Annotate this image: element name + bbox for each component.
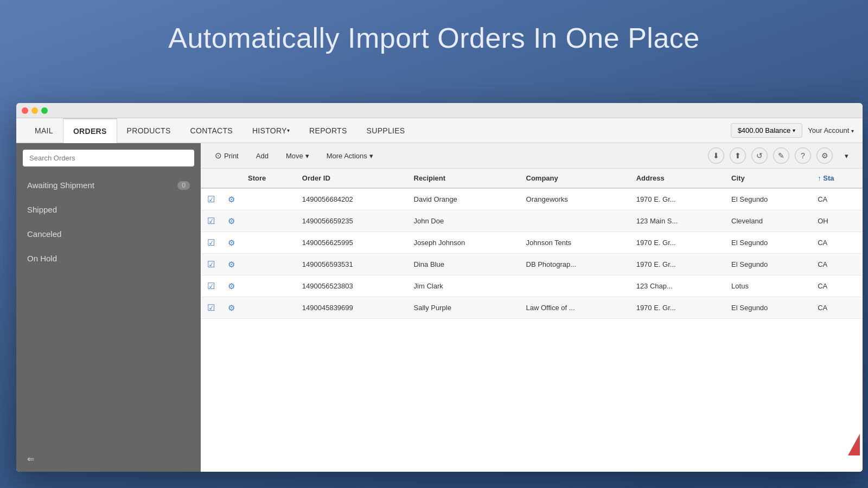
row-store [241, 297, 296, 319]
minimize-button[interactable] [31, 107, 38, 114]
row-address: 1970 E. Gr... [630, 232, 725, 254]
table-row[interactable]: ☑ ⚙ 1490056625995 Joseph Johnson Johnson… [201, 232, 863, 254]
checkbox-icon: ☑ [207, 260, 215, 269]
row-address: 1970 E. Gr... [630, 297, 725, 319]
col-check [201, 169, 221, 188]
balance-label: $400.00 Balance [738, 126, 791, 134]
row-recipient: Joseph Johnson [407, 232, 520, 254]
more-actions-button[interactable]: More Actions ▾ [320, 149, 380, 163]
row-store [241, 254, 296, 275]
add-button[interactable]: Add [250, 149, 275, 163]
gear-icon: ⚙ [228, 303, 235, 312]
row-address: 1970 E. Gr... [630, 188, 725, 210]
row-address: 123 Chap... [630, 275, 725, 297]
awaiting-badge: 0 [177, 181, 190, 190]
orders-table[interactable]: Store Order ID Recipient Company Address… [201, 169, 863, 472]
row-order-id: 1490056684202 [296, 188, 407, 210]
row-city: El Segundo [725, 188, 811, 210]
sidebar-collapse-arrow[interactable]: ⇐ [16, 446, 201, 472]
checkbox-icon: ☑ [207, 303, 215, 312]
table-row[interactable]: ☑ ⚙ 1490056523803 Jim Clark 123 Chap... … [201, 275, 863, 297]
balance-dropdown-icon: ▾ [793, 127, 795, 133]
balance-button[interactable]: $400.00 Balance ▾ [731, 123, 803, 138]
nav-mail[interactable]: MAIL [25, 118, 63, 143]
table-row[interactable]: ☑ ⚙ 1490056659235 John Doe 123 Main S...… [201, 210, 863, 232]
download-icon-btn[interactable]: ⬇ [708, 147, 724, 164]
col-recipient: Recipient [407, 169, 520, 188]
row-state: CA [811, 297, 863, 319]
nav-history[interactable]: HISTORY ▾ [242, 118, 299, 143]
row-check[interactable]: ☑ [201, 297, 221, 319]
print-button[interactable]: ⊙ Print [208, 148, 245, 163]
print-icon: ⊙ [215, 151, 222, 160]
sidebar-item-shipped[interactable]: Shipped [16, 197, 201, 222]
title-bar [16, 103, 863, 118]
row-gear[interactable]: ⚙ [221, 254, 241, 275]
row-recipient: Dina Blue [407, 254, 520, 275]
toolbar-right-icons: ⬇ ⬆ ↺ ✎ ? ⚙ ▾ [708, 147, 855, 164]
row-gear[interactable]: ⚙ [221, 210, 241, 232]
row-check[interactable]: ☑ [201, 232, 221, 254]
row-gear[interactable]: ⚙ [221, 188, 241, 210]
upload-icon-btn[interactable]: ⬆ [730, 147, 746, 164]
row-city: Cleveland [725, 210, 811, 232]
row-gear[interactable]: ⚙ [221, 232, 241, 254]
row-check[interactable]: ☑ [201, 275, 221, 297]
toolbar: ⊙ Print Add Move ▾ More Actions ▾ ⬇ ⬆ [201, 143, 863, 169]
sidebar-item-onhold[interactable]: On Hold [16, 246, 201, 271]
row-store [241, 275, 296, 297]
row-store [241, 232, 296, 254]
maximize-button[interactable] [41, 107, 48, 114]
gear-icon: ⚙ [228, 260, 235, 269]
checkbox-icon: ☑ [207, 238, 215, 247]
close-button[interactable] [22, 107, 28, 114]
row-gear[interactable]: ⚙ [221, 297, 241, 319]
nav-reports[interactable]: REPORTS [299, 118, 357, 143]
traffic-lights [22, 107, 48, 114]
row-store [241, 188, 296, 210]
toolbar-dropdown-btn[interactable]: ▾ [838, 149, 855, 163]
row-state: CA [811, 188, 863, 210]
refresh-icon-btn[interactable]: ↺ [751, 147, 768, 164]
settings-icon-btn[interactable]: ⚙ [816, 147, 833, 164]
row-company: Law Office of ... [520, 297, 630, 319]
sidebar-item-awaiting[interactable]: Awaiting Shipment 0 [16, 173, 201, 197]
row-check[interactable]: ☑ [201, 210, 221, 232]
table-row[interactable]: ☑ ⚙ 1490045839699 Sally Purple Law Offic… [201, 297, 863, 319]
nav-products[interactable]: PRODUCTS [117, 118, 181, 143]
row-order-id: 1490056659235 [296, 210, 407, 232]
row-address: 123 Main S... [630, 210, 725, 232]
col-city: City [725, 169, 811, 188]
search-input[interactable] [23, 150, 194, 166]
row-company: DB Photograp... [520, 254, 630, 275]
sidebar-item-canceled[interactable]: Canceled [16, 222, 201, 246]
row-order-id: 1490056625995 [296, 232, 407, 254]
col-address: Address [630, 169, 725, 188]
row-company [520, 210, 630, 232]
table-row[interactable]: ☑ ⚙ 1490056684202 David Orange Orangewor… [201, 188, 863, 210]
table-header-row: Store Order ID Recipient Company Address… [201, 169, 863, 188]
col-state[interactable]: ↑ Sta [811, 169, 863, 188]
account-button[interactable]: Your Account ▾ [808, 126, 854, 134]
edit-icon-btn[interactable]: ✎ [773, 147, 789, 164]
nav-orders[interactable]: ORDERS [63, 118, 117, 143]
nav-supplies[interactable]: SUPPLIES [357, 118, 415, 143]
row-gear[interactable]: ⚙ [221, 275, 241, 297]
col-gear [221, 169, 241, 188]
gear-icon: ⚙ [228, 238, 235, 247]
move-dropdown-icon: ▾ [305, 152, 309, 160]
row-check[interactable]: ☑ [201, 254, 221, 275]
nav-contacts[interactable]: CONTACTS [181, 118, 242, 143]
row-city: El Segundo [725, 254, 811, 275]
row-recipient: John Doe [407, 210, 520, 232]
table-row[interactable]: ☑ ⚙ 1490056593531 Dina Blue DB Photograp… [201, 254, 863, 275]
checkbox-icon: ☑ [207, 195, 215, 204]
row-recipient: David Orange [407, 188, 520, 210]
help-icon-btn[interactable]: ? [795, 147, 811, 164]
move-button[interactable]: Move ▾ [279, 149, 316, 163]
row-check[interactable]: ☑ [201, 188, 221, 210]
more-actions-dropdown-icon: ▾ [369, 152, 373, 160]
row-city: El Segundo [725, 232, 811, 254]
checkbox-icon: ☑ [207, 281, 215, 291]
row-company [520, 275, 630, 297]
